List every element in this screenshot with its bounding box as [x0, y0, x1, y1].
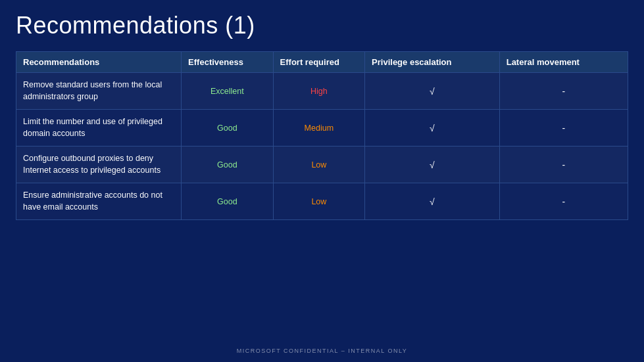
col-header-privilege: Privilege escalation [365, 52, 500, 73]
table-row: Limit the number and use of privileged d… [16, 110, 628, 147]
cell-lateral-3: - [499, 183, 628, 220]
cell-effectiveness-1: Good [182, 110, 274, 147]
cell-recommendation-3: Ensure administrative accounts do not ha… [16, 183, 182, 220]
page-title: Recommendations (1) [16, 12, 628, 39]
cell-recommendation-2: Configure outbound proxies to deny Inter… [16, 147, 182, 183]
table-container: Recommendations Effectiveness Effort req… [16, 51, 628, 340]
cell-privilege-1: √ [365, 110, 500, 147]
col-header-recommendations: Recommendations [16, 52, 182, 73]
cell-lateral-0: - [499, 73, 628, 110]
cell-privilege-0: √ [365, 73, 500, 110]
cell-lateral-2: - [499, 147, 628, 183]
cell-effort-2: Low [273, 147, 365, 183]
table-row: Remove standard users from the local adm… [16, 73, 628, 110]
table-row: Ensure administrative accounts do not ha… [16, 183, 628, 220]
cell-effectiveness-2: Good [182, 147, 274, 183]
cell-effort-1: Medium [273, 110, 365, 147]
footer-text: MICROSOFT CONFIDENTIAL – INTERNAL ONLY [16, 345, 628, 354]
page: Recommendations (1) Recommendations Effe… [0, 0, 644, 362]
col-header-effectiveness: Effectiveness [182, 52, 274, 73]
cell-effort-3: Low [273, 183, 365, 220]
cell-recommendation-1: Limit the number and use of privileged d… [16, 110, 182, 147]
cell-lateral-1: - [499, 110, 628, 147]
cell-effort-0: High [273, 73, 365, 110]
table-row: Configure outbound proxies to deny Inter… [16, 147, 628, 183]
cell-effectiveness-0: Excellent [182, 73, 274, 110]
recommendations-table: Recommendations Effectiveness Effort req… [16, 51, 628, 220]
table-header-row: Recommendations Effectiveness Effort req… [16, 52, 628, 73]
cell-privilege-3: √ [365, 183, 500, 220]
col-header-lateral: Lateral movement [499, 52, 628, 73]
cell-recommendation-0: Remove standard users from the local adm… [16, 73, 182, 110]
cell-effectiveness-3: Good [182, 183, 274, 220]
col-header-effort: Effort required [273, 52, 365, 73]
cell-privilege-2: √ [365, 147, 500, 183]
